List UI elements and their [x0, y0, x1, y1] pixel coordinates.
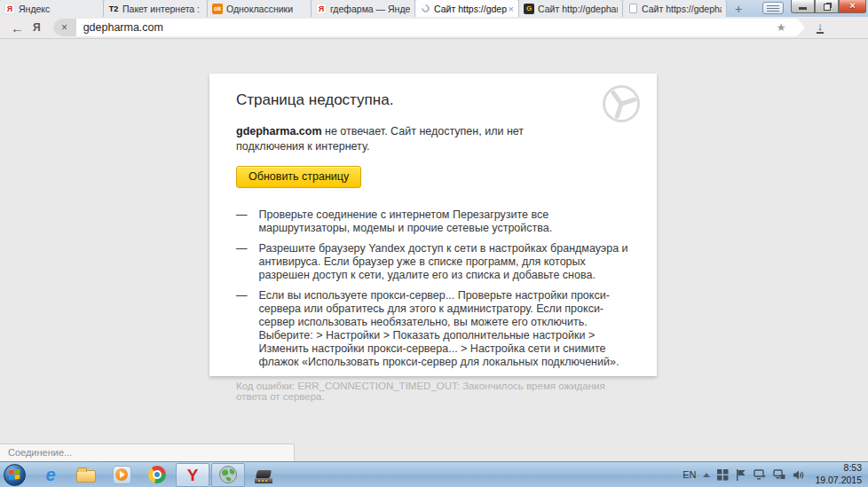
- tab-label: Пакет интернета : Кр: [122, 4, 202, 14]
- desktop: Я Яндекс Т2 Пакет интернета : Кр ok Одно…: [0, 0, 868, 487]
- bookmark-star-icon[interactable]: ★: [777, 21, 786, 34]
- page-viewport: Страница недоступна. gdepharma.com не от…: [0, 40, 868, 461]
- window-controls: ×: [791, 0, 866, 13]
- g-favicon: G: [524, 4, 534, 14]
- minimize-button[interactable]: [791, 0, 815, 13]
- tab-bar: Я Яндекс Т2 Пакет интернета : Кр ok Одно…: [0, 0, 868, 17]
- tab-gdepharma-active[interactable]: Сайт https://gdephar ×: [415, 0, 519, 17]
- blank-page-favicon: [627, 4, 638, 14]
- odnoklassniki-favicon: ok: [212, 4, 223, 14]
- taskbar-icons: e Y: [33, 462, 281, 487]
- yandex-favicon: Я: [316, 4, 327, 14]
- system-tray: EN: [683, 462, 868, 486]
- tab-close-icon[interactable]: ×: [509, 4, 514, 14]
- tab-label: Одноклассники: [226, 4, 306, 14]
- language-indicator[interactable]: EN: [683, 469, 696, 480]
- tab-gdepharma-https[interactable]: Сайт https://gdephar: [623, 0, 727, 17]
- tip-item: — Разрешите браузеру Yandex доступ к сет…: [236, 242, 637, 282]
- bullet-dash: —: [236, 208, 248, 235]
- network-icon[interactable]: [773, 469, 785, 481]
- yandex-browser-logo-icon: [602, 84, 641, 123]
- browser-menu-icon[interactable]: [762, 2, 784, 14]
- clock-date: 19.07.2015: [815, 475, 862, 487]
- tab-label: гдефарма — Яндекс:: [330, 4, 410, 14]
- yandex-browser-icon: Y: [187, 467, 199, 483]
- error-domain: gdepharma.com: [236, 125, 322, 137]
- terminal-icon: [255, 470, 272, 483]
- tab-label: Сайт https://gdephar: [642, 4, 722, 14]
- clock-time: 8:53: [815, 462, 862, 475]
- show-hidden-icons-icon[interactable]: [703, 473, 710, 477]
- address-bar[interactable]: × gdepharma.com ★: [53, 19, 797, 36]
- tab-gdefarma-search[interactable]: Я гдефарма — Яндекс:: [312, 0, 415, 17]
- get-windows10-icon[interactable]: [717, 469, 729, 481]
- folder-icon: [76, 470, 96, 483]
- loading-spinner-icon: [420, 4, 430, 14]
- media-player-button[interactable]: [104, 463, 139, 487]
- close-button[interactable]: ×: [839, 0, 866, 13]
- stop-loading-icon[interactable]: ×: [53, 19, 76, 36]
- tip-text: Если вы используете прокси-сервер... Про…: [259, 289, 638, 369]
- media-player-icon: [113, 466, 131, 484]
- error-code: Код ошибки: ERR_CONNECTION_TIMED_OUT: За…: [236, 381, 637, 402]
- taskbar: e Y: [0, 461, 868, 487]
- terminal-app-button[interactable]: [246, 463, 281, 487]
- tip-text: Разрешите браузеру Yandex доступ к сети …: [259, 242, 638, 282]
- new-tab-button[interactable]: +: [727, 0, 750, 17]
- chrome-icon: [148, 466, 166, 483]
- windows-flag-icon: [9, 469, 20, 481]
- error-card: Страница недоступна. gdepharma.com не от…: [209, 74, 657, 376]
- reload-page-button[interactable]: Обновить страницу: [236, 166, 361, 188]
- tab-label: Сайт https://gdephar: [434, 4, 507, 14]
- file-explorer-button[interactable]: [68, 463, 104, 487]
- windows-update-icon[interactable]: [754, 469, 766, 481]
- globe-app-button[interactable]: [211, 463, 245, 487]
- internet-explorer-button[interactable]: e: [33, 463, 68, 487]
- tab-tele2[interactable]: Т2 Пакет интернета : Кр: [104, 0, 208, 17]
- tip-item: — Проверьте соединение с интернетом Пере…: [236, 208, 637, 235]
- tele2-favicon: Т2: [108, 4, 119, 14]
- yandex-home-icon[interactable]: Я: [33, 21, 41, 34]
- yandex-browser-button[interactable]: Y: [176, 463, 209, 487]
- back-icon[interactable]: ←: [11, 21, 24, 35]
- chrome-button[interactable]: [139, 463, 175, 487]
- download-icon[interactable]: ↓: [817, 21, 825, 34]
- tip-text: Проверьте соединение с интернетом Переза…: [259, 208, 638, 235]
- url-text[interactable]: gdepharma.com: [83, 21, 777, 34]
- action-center-flag-icon[interactable]: [736, 469, 746, 481]
- internet-explorer-icon: e: [45, 466, 55, 483]
- bullet-dash: —: [236, 242, 248, 282]
- tab-odnoklassniki[interactable]: ok Одноклассники: [208, 0, 312, 17]
- tab-label: Яндекс: [19, 4, 99, 14]
- globe-icon: [218, 465, 238, 484]
- start-button[interactable]: [4, 464, 26, 486]
- error-message: gdepharma.com не отвечает. Сайт недоступ…: [236, 124, 582, 154]
- bullet-dash: —: [236, 289, 248, 369]
- tab-label: Сайт http://gdepharm: [538, 4, 618, 14]
- troubleshooting-tips: — Проверьте соединение с интернетом Пере…: [236, 208, 637, 369]
- tip-item: — Если вы используете прокси-сервер... П…: [236, 289, 637, 369]
- restore-button[interactable]: [815, 0, 839, 13]
- status-bar: Соединение...: [0, 444, 295, 461]
- volume-icon[interactable]: [793, 469, 804, 481]
- address-toolbar: ← Я × gdepharma.com ★ ↓: [0, 17, 868, 39]
- tab-gdepharma-http[interactable]: G Сайт http://gdepharm: [519, 0, 623, 17]
- taskbar-clock[interactable]: 8:53 19.07.2015: [815, 462, 862, 486]
- yandex-favicon: Я: [4, 4, 15, 14]
- tab-yandex-home[interactable]: Я Яндекс: [0, 0, 104, 17]
- error-title: Страница недоступна.: [236, 91, 637, 109]
